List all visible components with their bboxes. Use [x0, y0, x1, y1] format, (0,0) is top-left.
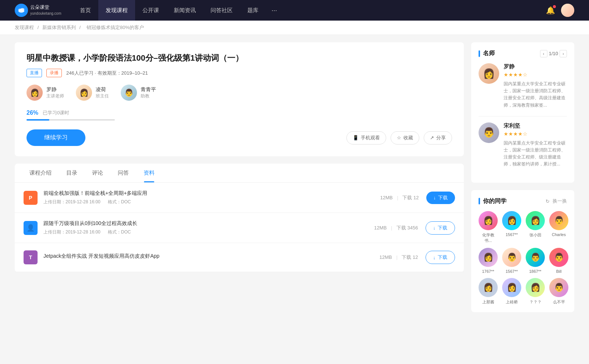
nav-more[interactable]: ···	[266, 7, 283, 14]
pg-next[interactable]: ›	[560, 50, 567, 57]
breadcrumb-sep2: /	[79, 25, 82, 30]
bell-icon[interactable]: 🔔	[546, 6, 555, 15]
main-content: 明星中教授课，小学阶段语法100分–强化级第1讲动词（一） 直播 录播 246人…	[0, 35, 589, 327]
pg-prev[interactable]: ‹	[540, 50, 547, 57]
classmate-3-avatar[interactable]: 👩	[526, 211, 545, 230]
download-label-2: 下载	[438, 225, 447, 231]
svg-point-2	[20, 8, 24, 10]
continue-button[interactable]: 继续学习	[27, 129, 85, 146]
header-right: 🔔	[546, 4, 574, 17]
download-label-1: 下载	[438, 195, 448, 201]
tab-intro[interactable]: 课程介绍	[22, 164, 59, 182]
classmate-2-avatar[interactable]: 👩	[502, 211, 521, 230]
classmate-12-name: 么不平	[553, 299, 565, 305]
classmate-2: 👩 1567**	[502, 211, 521, 243]
action-btns: 📱 手机观看 ☆ 收藏 ↗ 分享	[346, 131, 452, 144]
classmate-11-avatar[interactable]: 👩	[526, 278, 545, 297]
teacher-divider	[479, 116, 567, 117]
logo[interactable]: 云朵课堂yundouketang.com	[15, 4, 61, 17]
teacher-1-avatar: 👩	[27, 85, 43, 101]
progress-label: 已学习0课时	[43, 110, 69, 116]
classmate-5-name: 1767**	[482, 269, 494, 274]
mobile-watch-button[interactable]: 📱 手机观看	[346, 131, 386, 144]
download-button-3[interactable]: ↓ 下载	[426, 251, 455, 264]
tab-resources[interactable]: 资料	[136, 164, 162, 182]
classmate-3: 👩 张小田	[526, 211, 545, 243]
resource-info-2: 跟随千万级项目从0到100全过程高效成长 上传日期：2019-12-28 16:…	[43, 220, 374, 235]
classmate-7-name: 1867**	[529, 269, 541, 274]
sidebar-teacher-1-desc: 国内某重点大学安全工程专业硕士，国家一级注册消防工程师、注册安全工程师、高级注册…	[504, 81, 567, 109]
teachers-list: 👩 罗静 主讲老师 👩 凌荷 班主任 👨 青青平	[27, 85, 452, 101]
resource-item-3: T Jetpack全组件实战 开发短视频应用高仿皮皮虾App 12MB | 下载…	[15, 243, 464, 272]
classmate-8: 👨 Bill	[549, 248, 568, 274]
tab-qa[interactable]: 问答	[110, 164, 136, 182]
classmate-8-avatar[interactable]: 👨	[549, 248, 568, 267]
classmate-1: 👩 化学教书...	[479, 211, 498, 243]
refresh-btn[interactable]: ↻ 换一换	[546, 198, 567, 204]
pagination: ‹ 1/10 ›	[540, 50, 567, 57]
download-button-1[interactable]: ↓ 下载	[426, 192, 455, 204]
teacher-1-name: 罗静	[46, 86, 64, 93]
resource-sub-2: 上传日期：2019-12-28 16:00 格式：DOC	[43, 229, 374, 235]
resource-name-3: Jetpack全组件实战 开发短视频应用高仿皮皮虾App	[43, 253, 380, 260]
notification-dot	[553, 5, 556, 8]
sidebar-teachers-card: 名师 ‹ 1/10 › 👩 罗静 ★★★★☆ 国内某重点大学安全工程专业硕士，国…	[471, 42, 574, 183]
nav-public[interactable]: 公开课	[135, 0, 166, 21]
classmate-4-avatar[interactable]: 👨	[549, 211, 568, 230]
sidebar-teacher-2-name: 宋利坚	[504, 122, 567, 129]
resource-stats-1: 12MB | 下载 12	[380, 195, 419, 201]
nav-news[interactable]: 新闻资讯	[166, 0, 203, 21]
breadcrumb-discover[interactable]: 发现课程	[15, 25, 34, 30]
classmate-11: 👩 ？？？	[526, 278, 545, 305]
tabs-section: 课程介绍 目录 评论 问答 资料 P 前端全栈加强版！前端全栈+全周期+多端应用…	[15, 164, 464, 272]
classmate-3-name: 张小田	[529, 232, 542, 238]
share-button[interactable]: ↗ 分享	[424, 131, 452, 144]
header: 云朵课堂yundouketang.com 首页 发现课程 公开课 新闻资讯 问答…	[0, 0, 589, 21]
content-left: 明星中教授课，小学阶段语法100分–强化级第1讲动词（一） 直播 录播 246人…	[15, 42, 464, 320]
sidebar-teacher-2-info: 宋利坚 ★★★★☆ 国内某重点大学安全工程专业硕士，国家一级注册消防工程师、注册…	[504, 122, 567, 168]
pg-current: 1/10	[549, 51, 558, 56]
classmate-5: 👩 1767**	[479, 248, 498, 274]
classmate-6-avatar[interactable]: 👨	[502, 248, 521, 267]
teacher-3-name: 青青平	[141, 86, 156, 93]
course-meta: 直播 录播 246人已学习 · 有效期至：2019–10–21	[27, 69, 452, 77]
sidebar-teacher-2-stars: ★★★★☆	[504, 131, 567, 137]
collect-button[interactable]: ☆ 收藏	[391, 131, 419, 144]
badge-rec: 录播	[46, 69, 62, 77]
resource-sub-1: 上传日期：2019-12-28 16:00 格式：DOC	[43, 199, 380, 205]
refresh-icon: ↻	[546, 199, 550, 204]
logo-icon	[15, 4, 28, 17]
classmate-10-name: 上砖桥	[506, 299, 518, 305]
classmate-7-avatar[interactable]: 👨	[526, 248, 545, 267]
classmate-12-avatar[interactable]: 👨	[549, 278, 568, 297]
download-button-2[interactable]: ↓ 下载	[426, 221, 455, 235]
resource-name-2: 跟随千万级项目从0到100全过程高效成长	[43, 220, 374, 227]
classmate-10-avatar[interactable]: 👩	[502, 278, 521, 297]
nav-discover[interactable]: 发现课程	[98, 0, 135, 21]
nav-qa[interactable]: 问答社区	[203, 0, 240, 21]
refresh-label: 换一换	[553, 198, 567, 204]
download-icon-1: ↓	[434, 195, 436, 200]
sidebar-teacher-2-avatar: 👨	[479, 122, 499, 143]
tab-catalog[interactable]: 目录	[59, 164, 85, 182]
nav-home[interactable]: 首页	[73, 0, 98, 21]
resource-info-3: Jetpack全组件实战 开发短视频应用高仿皮皮虾App	[43, 253, 380, 262]
classmate-5-avatar[interactable]: 👩	[479, 248, 498, 267]
tab-reviews[interactable]: 评论	[85, 164, 110, 182]
classmate-9-avatar[interactable]: 👩	[479, 278, 498, 297]
mobile-icon: 📱	[353, 135, 359, 140]
download-icon-3: ↓	[433, 255, 436, 260]
course-meta-text: 246人已学习 · 有效期至：2019–10–21	[66, 70, 148, 76]
sidebar-teachers-pagination: ‹ 1/10 ›	[540, 50, 567, 57]
breadcrumb-series[interactable]: 新媒体营销系列	[42, 25, 76, 30]
teacher-1: 👩 罗静 主讲老师	[27, 85, 64, 101]
classmate-1-avatar[interactable]: 👩	[479, 211, 498, 230]
nav-questions[interactable]: 题库	[240, 0, 266, 21]
classmate-6: 👨 1567**	[502, 248, 521, 274]
collect-label: 收藏	[403, 135, 413, 141]
teacher-2-avatar: 👩	[76, 85, 92, 101]
user-avatar-header[interactable]	[561, 4, 574, 17]
resource-name-1: 前端全栈加强版！前端全栈+全周期+多端应用	[43, 190, 380, 197]
sidebar: 名师 ‹ 1/10 › 👩 罗静 ★★★★☆ 国内某重点大学安全工程专业硕士，国…	[471, 42, 574, 320]
sidebar-teacher-1-info: 罗静 ★★★★☆ 国内某重点大学安全工程专业硕士，国家一级注册消防工程师、注册安…	[504, 63, 567, 109]
